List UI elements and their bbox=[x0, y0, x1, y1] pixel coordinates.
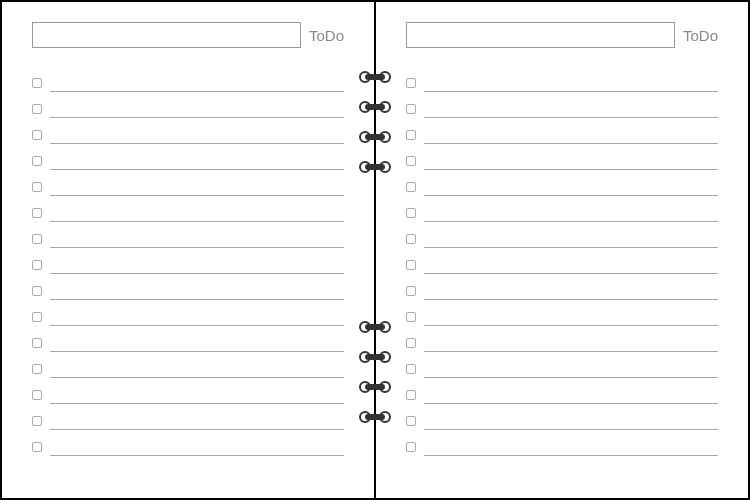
checkbox-icon[interactable] bbox=[406, 156, 416, 166]
rule-line[interactable] bbox=[424, 144, 718, 170]
rule-line[interactable] bbox=[50, 118, 344, 144]
todo-line bbox=[406, 274, 718, 300]
todo-line bbox=[406, 248, 718, 274]
left-page: ToDo bbox=[0, 0, 374, 500]
checkbox-icon[interactable] bbox=[406, 78, 416, 88]
checkbox-icon[interactable] bbox=[406, 182, 416, 192]
todo-line bbox=[406, 430, 718, 456]
rule-line[interactable] bbox=[50, 378, 344, 404]
checkbox-icon[interactable] bbox=[32, 312, 42, 322]
left-todo-label: ToDo bbox=[309, 27, 344, 44]
todo-line bbox=[32, 274, 344, 300]
checkbox-icon[interactable] bbox=[32, 130, 42, 140]
rule-line[interactable] bbox=[50, 92, 344, 118]
checkbox-icon[interactable] bbox=[406, 442, 416, 452]
left-title-input[interactable] bbox=[32, 22, 301, 48]
rule-line[interactable] bbox=[424, 118, 718, 144]
todo-line bbox=[32, 66, 344, 92]
checkbox-icon[interactable] bbox=[406, 416, 416, 426]
todo-line bbox=[32, 170, 344, 196]
checkbox-icon[interactable] bbox=[406, 208, 416, 218]
checkbox-icon[interactable] bbox=[32, 208, 42, 218]
checkbox-icon[interactable] bbox=[32, 338, 42, 348]
todo-line bbox=[406, 222, 718, 248]
checkbox-icon[interactable] bbox=[406, 234, 416, 244]
todo-line bbox=[32, 430, 344, 456]
todo-line bbox=[32, 404, 344, 430]
todo-line bbox=[32, 144, 344, 170]
checkbox-icon[interactable] bbox=[406, 338, 416, 348]
checkbox-icon[interactable] bbox=[406, 390, 416, 400]
checkbox-icon[interactable] bbox=[406, 104, 416, 114]
left-lines bbox=[32, 66, 344, 456]
rule-line[interactable] bbox=[424, 326, 718, 352]
checkbox-icon[interactable] bbox=[406, 130, 416, 140]
right-title-input[interactable] bbox=[406, 22, 675, 48]
checkbox-icon[interactable] bbox=[406, 286, 416, 296]
rule-line[interactable] bbox=[424, 352, 718, 378]
right-header: ToDo bbox=[406, 22, 718, 48]
rule-line[interactable] bbox=[424, 170, 718, 196]
left-header: ToDo bbox=[32, 22, 344, 48]
todo-line bbox=[32, 92, 344, 118]
checkbox-icon[interactable] bbox=[32, 364, 42, 374]
rule-line[interactable] bbox=[50, 404, 344, 430]
checkbox-icon[interactable] bbox=[32, 156, 42, 166]
rule-line[interactable] bbox=[50, 300, 344, 326]
checkbox-icon[interactable] bbox=[32, 390, 42, 400]
rule-line[interactable] bbox=[50, 170, 344, 196]
rule-line[interactable] bbox=[50, 430, 344, 456]
rule-line[interactable] bbox=[424, 430, 718, 456]
right-lines bbox=[406, 66, 718, 456]
checkbox-icon[interactable] bbox=[406, 364, 416, 374]
notebook-spread: ToDo ToDo bbox=[0, 0, 750, 500]
rule-line[interactable] bbox=[424, 248, 718, 274]
rule-line[interactable] bbox=[50, 144, 344, 170]
rule-line[interactable] bbox=[424, 378, 718, 404]
todo-line bbox=[406, 300, 718, 326]
rule-line[interactable] bbox=[50, 326, 344, 352]
rule-line[interactable] bbox=[50, 222, 344, 248]
rule-line[interactable] bbox=[424, 222, 718, 248]
checkbox-icon[interactable] bbox=[406, 312, 416, 322]
todo-line bbox=[406, 404, 718, 430]
rule-line[interactable] bbox=[50, 196, 344, 222]
todo-line bbox=[32, 196, 344, 222]
rule-line[interactable] bbox=[424, 404, 718, 430]
rule-line[interactable] bbox=[50, 352, 344, 378]
todo-line bbox=[32, 326, 344, 352]
todo-line bbox=[406, 326, 718, 352]
todo-line bbox=[406, 196, 718, 222]
rule-line[interactable] bbox=[424, 66, 718, 92]
todo-line bbox=[406, 170, 718, 196]
checkbox-icon[interactable] bbox=[32, 442, 42, 452]
rule-line[interactable] bbox=[50, 274, 344, 300]
todo-line bbox=[406, 118, 718, 144]
checkbox-icon[interactable] bbox=[32, 182, 42, 192]
todo-line bbox=[406, 66, 718, 92]
rule-line[interactable] bbox=[50, 248, 344, 274]
todo-line bbox=[406, 92, 718, 118]
checkbox-icon[interactable] bbox=[32, 234, 42, 244]
right-todo-label: ToDo bbox=[683, 27, 718, 44]
rule-line[interactable] bbox=[50, 66, 344, 92]
rule-line[interactable] bbox=[424, 300, 718, 326]
checkbox-icon[interactable] bbox=[32, 104, 42, 114]
checkbox-icon[interactable] bbox=[32, 260, 42, 270]
todo-line bbox=[32, 118, 344, 144]
todo-line bbox=[32, 352, 344, 378]
checkbox-icon[interactable] bbox=[32, 78, 42, 88]
rule-line[interactable] bbox=[424, 274, 718, 300]
checkbox-icon[interactable] bbox=[406, 260, 416, 270]
rule-line[interactable] bbox=[424, 92, 718, 118]
rule-line[interactable] bbox=[424, 196, 718, 222]
todo-line bbox=[406, 378, 718, 404]
checkbox-icon[interactable] bbox=[32, 286, 42, 296]
right-page: ToDo bbox=[376, 0, 750, 500]
todo-line bbox=[406, 144, 718, 170]
todo-line bbox=[32, 248, 344, 274]
checkbox-icon[interactable] bbox=[32, 416, 42, 426]
todo-line bbox=[32, 222, 344, 248]
todo-line bbox=[32, 378, 344, 404]
todo-line bbox=[406, 352, 718, 378]
